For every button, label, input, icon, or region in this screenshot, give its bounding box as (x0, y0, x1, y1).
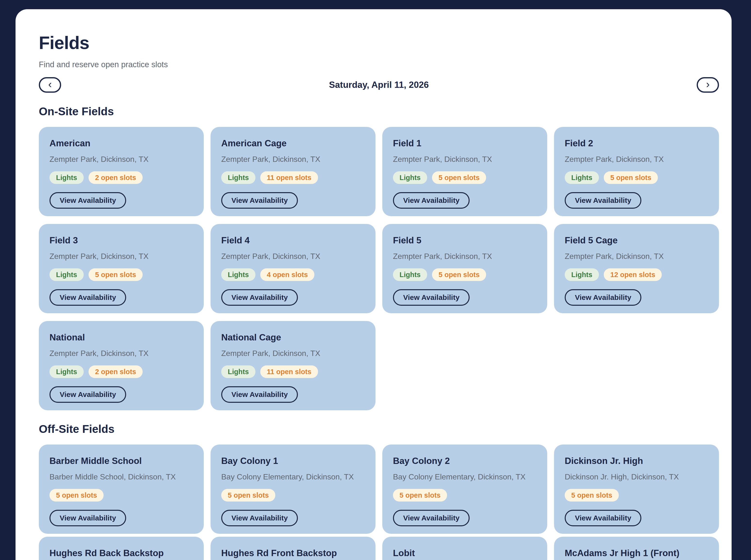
field-location: Zempter Park, Dickinson, TX (221, 349, 365, 358)
lights-badge: Lights (565, 268, 599, 281)
field-card: Bay Colony 1Bay Colony Elementary, Dicki… (210, 444, 376, 534)
field-location: Zempter Park, Dickinson, TX (221, 155, 365, 164)
field-location: Bay Colony Elementary, Dickinson, TX (393, 472, 536, 481)
field-card: Hughes Rd Back Backstop (39, 537, 204, 560)
open-slots-badge: 2 open slots (88, 171, 143, 184)
field-location: Zempter Park, Dickinson, TX (49, 349, 193, 358)
chevron-left-icon: ‹ (48, 79, 52, 89)
field-location: Zempter Park, Dickinson, TX (565, 252, 708, 261)
view-availability-button[interactable]: View Availability (393, 289, 470, 306)
main-panel: Fields Find and reserve open practice sl… (16, 9, 732, 560)
field-card: AmericanZempter Park, Dickinson, TXLight… (39, 127, 204, 216)
field-card: Lobit (382, 537, 547, 560)
open-slots-badge: 5 open slots (88, 268, 143, 281)
field-name: Field 5 Cage (565, 235, 708, 246)
lights-badge: Lights (565, 171, 599, 184)
view-availability-button[interactable]: View Availability (221, 386, 298, 403)
field-name: Field 2 (565, 138, 708, 149)
field-name: Dickinson Jr. High (565, 456, 708, 466)
open-slots-badge: 5 open slots (221, 489, 275, 501)
field-name: Field 1 (393, 138, 536, 149)
field-card: McAdams Jr High 1 (Front) (554, 537, 719, 560)
view-availability-button[interactable]: View Availability (221, 289, 298, 306)
badge-row: Lights5 open slots (565, 171, 708, 184)
field-location: Barber Middle School, Dickinson, TX (49, 472, 193, 481)
open-slots-badge: 5 open slots (432, 268, 486, 281)
lights-badge: Lights (49, 171, 84, 184)
badge-row: Lights2 open slots (49, 171, 193, 184)
view-availability-button[interactable]: View Availability (49, 510, 126, 526)
open-slots-badge: 4 open slots (260, 268, 314, 281)
section-heading-off-site: Off-Site Fields (39, 422, 719, 436)
next-day-button[interactable]: › (697, 77, 719, 93)
current-date: Saturday, April 11, 2026 (329, 80, 429, 90)
open-slots-badge: 11 open slots (260, 171, 318, 184)
badge-row: Lights5 open slots (393, 171, 536, 184)
field-location: Zempter Park, Dickinson, TX (49, 252, 193, 261)
field-card: Field 2Zempter Park, Dickinson, TXLights… (554, 127, 719, 216)
view-availability-button[interactable]: View Availability (49, 289, 126, 306)
field-name: National (49, 332, 193, 343)
view-availability-button[interactable]: View Availability (565, 192, 641, 209)
field-location: Bay Colony Elementary, Dickinson, TX (221, 472, 365, 481)
badge-row: Lights5 open slots (393, 268, 536, 281)
field-card: Field 5Zempter Park, Dickinson, TXLights… (382, 224, 547, 313)
page-title: Fields (39, 34, 719, 52)
field-location: Zempter Park, Dickinson, TX (393, 155, 536, 164)
field-name: Lobit (393, 548, 536, 559)
prev-day-button[interactable]: ‹ (39, 77, 61, 93)
field-card: Dickinson Jr. HighDickinson Jr. High, Di… (554, 444, 719, 534)
badge-row: Lights12 open slots (565, 268, 708, 281)
open-slots-badge: 5 open slots (604, 171, 658, 184)
off-site-section: Off-Site Fields Barber Middle SchoolBarb… (39, 422, 719, 560)
field-name: McAdams Jr High 1 (Front) (565, 548, 708, 559)
open-slots-badge: 11 open slots (260, 365, 318, 378)
on-site-section: On-Site Fields AmericanZempter Park, Dic… (39, 105, 719, 410)
lights-badge: Lights (221, 171, 256, 184)
badge-row: Lights11 open slots (221, 171, 365, 184)
field-card: Field 5 CageZempter Park, Dickinson, TXL… (554, 224, 719, 313)
field-card: Barber Middle SchoolBarber Middle School… (39, 444, 204, 534)
field-card: Bay Colony 2Bay Colony Elementary, Dicki… (382, 444, 547, 534)
view-availability-button[interactable]: View Availability (49, 386, 126, 403)
field-name: American (49, 138, 193, 149)
field-name: Bay Colony 2 (393, 456, 536, 466)
field-card: National CageZempter Park, Dickinson, TX… (210, 321, 376, 410)
badge-row: 5 open slots (565, 489, 708, 501)
view-availability-button[interactable]: View Availability (393, 510, 470, 526)
open-slots-badge: 5 open slots (49, 489, 104, 501)
lights-badge: Lights (221, 268, 256, 281)
field-card: Field 3Zempter Park, Dickinson, TXLights… (39, 224, 204, 313)
open-slots-badge: 12 open slots (604, 268, 662, 281)
field-location: Zempter Park, Dickinson, TX (393, 252, 536, 261)
badge-row: Lights4 open slots (221, 268, 365, 281)
view-availability-button[interactable]: View Availability (49, 192, 126, 209)
lights-badge: Lights (49, 268, 84, 281)
field-name: Hughes Rd Front Backstop (221, 548, 365, 559)
badge-row: Lights2 open slots (49, 365, 193, 378)
page-subtitle: Find and reserve open practice slots (39, 60, 719, 69)
field-location: Zempter Park, Dickinson, TX (565, 155, 708, 164)
lights-badge: Lights (49, 365, 84, 378)
view-availability-button[interactable]: View Availability (565, 510, 641, 526)
field-name: Field 5 (393, 235, 536, 246)
lights-badge: Lights (393, 171, 427, 184)
view-availability-button[interactable]: View Availability (221, 192, 298, 209)
field-location: Zempter Park, Dickinson, TX (221, 252, 365, 261)
field-name: Bay Colony 1 (221, 456, 365, 466)
view-availability-button[interactable]: View Availability (221, 510, 298, 526)
field-name: Hughes Rd Back Backstop (49, 548, 193, 559)
on-site-grid: AmericanZempter Park, Dickinson, TXLight… (39, 127, 719, 410)
field-card: Hughes Rd Front Backstop (210, 537, 376, 560)
chevron-right-icon: › (706, 79, 710, 89)
off-site-grid: Barber Middle SchoolBarber Middle School… (39, 444, 719, 560)
open-slots-badge: 5 open slots (565, 489, 619, 501)
view-availability-button[interactable]: View Availability (393, 192, 470, 209)
field-location: Zempter Park, Dickinson, TX (49, 155, 193, 164)
view-availability-button[interactable]: View Availability (565, 289, 641, 306)
open-slots-badge: 5 open slots (432, 171, 486, 184)
field-name: Field 4 (221, 235, 365, 246)
field-location: Dickinson Jr. High, Dickinson, TX (565, 472, 708, 481)
open-slots-badge: 5 open slots (393, 489, 447, 501)
open-slots-badge: 2 open slots (88, 365, 143, 378)
